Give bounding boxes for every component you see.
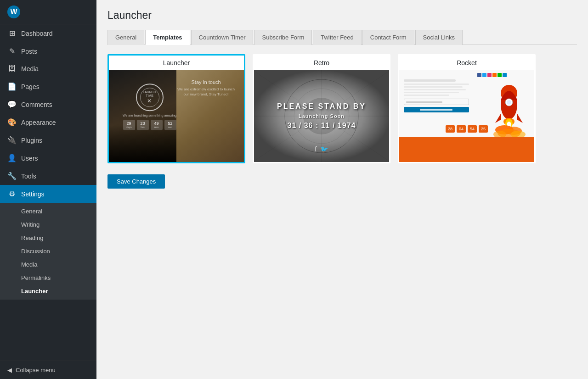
settings-icon: ⚙ [7, 190, 17, 198]
sidebar-item-media[interactable]: 🖼 Media [0, 60, 96, 78]
templates-grid: Launcher Stay In touch We are extremely … [107, 54, 577, 163]
tab-bar: General Templates Countdown Timer Subscr… [107, 30, 577, 45]
sidebar-item-media-label: Media [21, 65, 39, 72]
sidebar-nav: ⊞ Dashboard ✎ Posts 🖼 Media 📄 Pages 💬 Co… [0, 24, 96, 361]
tab-countdown-timer[interactable]: Countdown Timer [191, 30, 254, 45]
rocket-countdown-row: 28 04 54 25 [399, 123, 534, 134]
sidebar-item-dashboard[interactable]: ⊞ Dashboard [0, 24, 96, 42]
comments-icon: 💬 [7, 100, 17, 109]
sidebar-item-posts-label: Posts [21, 48, 37, 55]
template-launcher-title: Launcher [109, 56, 244, 70]
submenu-item-permalinks[interactable]: Permalinks [0, 271, 96, 284]
submenu-item-writing[interactable]: Writing [0, 218, 96, 231]
sidebar-item-users-label: Users [21, 155, 38, 162]
sidebar: W ⊞ Dashboard ✎ Posts 🖼 Media 📄 Pages 💬 … [0, 0, 96, 379]
appearance-icon: 🎨 [7, 118, 17, 127]
rocket-count-days: 28 [446, 125, 455, 133]
sidebar-item-settings[interactable]: ⚙ Settings [0, 185, 96, 203]
sidebar-item-plugins[interactable]: 🔌 Plugins [0, 131, 96, 149]
sidebar-item-users[interactable]: 👤 Users [0, 149, 96, 167]
sidebar-item-pages[interactable]: 📄 Pages [0, 78, 96, 95]
tools-icon: 🔧 [7, 172, 17, 180]
submenu-item-discussion[interactable]: Discussion [0, 245, 96, 258]
tab-social-links[interactable]: Social Links [415, 30, 463, 45]
sidebar-item-comments[interactable]: 💬 Comments [0, 95, 96, 113]
sidebar-logo: W [0, 0, 96, 24]
wp-logo-icon: W [7, 6, 20, 18]
tab-templates[interactable]: Templates [145, 30, 190, 45]
submenu-item-reading[interactable]: Reading [0, 231, 96, 245]
template-rocket-title: Rocket [399, 56, 534, 70]
submenu-item-launcher[interactable]: Launcher [0, 284, 96, 298]
submenu-item-media-sub[interactable]: Media [0, 258, 96, 271]
posts-icon: ✎ [7, 47, 17, 56]
submenu-item-general[interactable]: General [0, 205, 96, 218]
sidebar-item-appearance-label: Appearance [21, 119, 56, 126]
sidebar-item-tools[interactable]: 🔧 Tools [0, 167, 96, 185]
sidebar-item-pages-label: Pages [21, 83, 40, 90]
sidebar-item-plugins-label: Plugins [21, 137, 42, 144]
media-icon: 🖼 [7, 65, 17, 73]
sidebar-item-posts[interactable]: ✎ Posts [0, 42, 96, 60]
template-retro-preview: PLEASE STAND BY Launching Soon 31 / 36 :… [254, 70, 389, 162]
tab-contact-form[interactable]: Contact Form [362, 30, 414, 45]
svg-point-13 [507, 100, 511, 105]
template-launcher-preview: Stay In touch We are extremely excited t… [109, 70, 244, 162]
save-changes-button[interactable]: Save Changes [107, 174, 165, 189]
rocket-count-hrs: 04 [457, 125, 466, 133]
collapse-menu-button[interactable]: ◀ Collapse menu [0, 361, 96, 379]
tab-subscribe-form[interactable]: Subscribe Form [254, 30, 312, 45]
plugins-icon: 🔌 [7, 136, 17, 145]
template-card-rocket[interactable]: Rocket [398, 54, 536, 163]
main-content: Launcher General Templates Countdown Tim… [96, 0, 588, 379]
sidebar-item-appearance[interactable]: 🎨 Appearance [0, 113, 96, 131]
template-retro-title: Retro [254, 56, 389, 70]
users-icon: 👤 [7, 154, 17, 162]
rocket-orange-bar [399, 137, 534, 162]
template-rocket-preview: 28 04 54 25 [399, 70, 534, 162]
collapse-arrow-icon: ◀ [7, 367, 12, 373]
settings-submenu: General Writing Reading Discussion Media… [0, 203, 96, 300]
pages-icon: 📄 [7, 82, 17, 91]
collapse-menu-label: Collapse menu [16, 367, 56, 373]
dashboard-icon: ⊞ [7, 29, 17, 38]
tab-general[interactable]: General [107, 30, 144, 45]
tab-twitter-feed[interactable]: Twitter Feed [313, 30, 362, 45]
sidebar-item-tools-label: Tools [21, 173, 36, 180]
rocket-count-min: 54 [468, 125, 477, 133]
sidebar-item-settings-label: Settings [21, 190, 45, 198]
rocket-count-sec: 25 [479, 125, 488, 133]
sidebar-item-comments-label: Comments [21, 101, 52, 108]
template-card-retro[interactable]: Retro [253, 54, 390, 163]
sidebar-item-dashboard-label: Dashboard [21, 30, 53, 37]
page-title: Launcher [107, 9, 577, 22]
template-card-launcher[interactable]: Launcher Stay In touch We are extremely … [107, 54, 245, 163]
